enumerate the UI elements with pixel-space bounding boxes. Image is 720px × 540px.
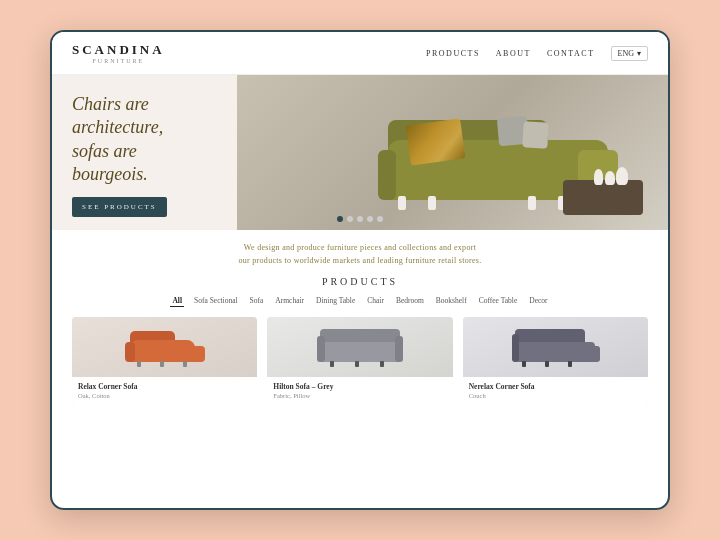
- dot-2[interactable]: [347, 216, 353, 222]
- product-name-3: Nerelax Corner Sofa: [469, 382, 642, 391]
- logo-name: SCANDINA: [72, 42, 165, 58]
- tagline-line2: our products to worldwide markets and le…: [238, 256, 481, 265]
- sofa-leg-1: [398, 196, 406, 210]
- pillow-2: [522, 121, 548, 148]
- sofa-leg-3: [528, 196, 536, 210]
- filter-bedroom[interactable]: Bedroom: [394, 295, 426, 307]
- dot-1[interactable]: [337, 216, 343, 222]
- filter-dining-table[interactable]: Dining Table: [314, 295, 357, 307]
- product-material-3: Couch: [469, 392, 642, 399]
- vase-1: [616, 167, 628, 185]
- header: SCANDINA FURNITURE PRODUCTS ABOUT CONTAC…: [52, 32, 668, 75]
- headline-line1: Chairs are: [72, 94, 149, 114]
- chevron-down-icon: ▾: [637, 49, 641, 58]
- headline-line2: architecture,: [72, 117, 163, 137]
- mini-sofa-illustration-2: [315, 327, 405, 367]
- product-info-2: Hilton Sofa – Grey Fabric, Pillow: [267, 377, 452, 403]
- nav-products[interactable]: PRODUCTS: [426, 49, 480, 58]
- vase-3: [594, 169, 603, 185]
- coffee-table: [563, 180, 643, 215]
- filter-armchair[interactable]: Armchair: [273, 295, 306, 307]
- product-card-3[interactable]: Nerelax Corner Sofa Couch: [463, 317, 648, 403]
- product-image-2: [267, 317, 452, 377]
- hero-dots: [337, 216, 383, 222]
- hero-text: Chairs are architecture, sofas are bourg…: [72, 93, 167, 217]
- sofa-blanket: [405, 118, 465, 165]
- product-material-2: Fabric, Pillow: [273, 392, 446, 399]
- product-info-1: Relax Corner Sofa Oak, Cotton: [72, 377, 257, 403]
- tagline-section: We design and produce furniture pieces a…: [52, 230, 668, 276]
- hero-section: Chairs are architecture, sofas are bourg…: [52, 75, 668, 230]
- dot-3[interactable]: [357, 216, 363, 222]
- logo-sub: FURNITURE: [92, 58, 144, 64]
- see-products-button[interactable]: SEE PRODUCTS: [72, 197, 167, 217]
- logo: SCANDINA FURNITURE: [72, 42, 165, 64]
- tagline-text: We design and produce furniture pieces a…: [72, 242, 648, 268]
- filter-bookshelf[interactable]: Bookshelf: [434, 295, 469, 307]
- dot-5[interactable]: [377, 216, 383, 222]
- product-material-1: Oak, Cotton: [78, 392, 251, 399]
- product-card-2[interactable]: Hilton Sofa – Grey Fabric, Pillow: [267, 317, 452, 403]
- filter-all[interactable]: All: [170, 295, 184, 307]
- product-info-3: Nerelax Corner Sofa Couch: [463, 377, 648, 403]
- products-title: PRODUCTS: [72, 276, 648, 287]
- hero-headline: Chairs are architecture, sofas are bourg…: [72, 93, 167, 187]
- product-image-3: [463, 317, 648, 377]
- products-grid: Relax Corner Sofa Oak, Cotton: [72, 317, 648, 403]
- headline-line3: sofas are: [72, 141, 137, 161]
- filter-chair[interactable]: Chair: [365, 295, 386, 307]
- mini-sofa-illustration-3: [510, 327, 600, 367]
- headline-line4: bourgeois.: [72, 164, 148, 184]
- sofa-illustration: [368, 100, 648, 220]
- lang-label: ENG: [618, 49, 634, 58]
- language-selector[interactable]: ENG ▾: [611, 46, 648, 61]
- vase-2: [605, 171, 615, 185]
- products-section: PRODUCTS All Sofa Sectional Sofa Armchai…: [52, 276, 668, 508]
- mini-sofa-illustration-1: [125, 327, 205, 367]
- sofa-arm-left: [378, 150, 396, 200]
- dot-4[interactable]: [367, 216, 373, 222]
- product-name-2: Hilton Sofa – Grey: [273, 382, 446, 391]
- filter-sofa[interactable]: Sofa: [248, 295, 266, 307]
- tagline-line1: We design and produce furniture pieces a…: [244, 243, 476, 252]
- nav-contact[interactable]: CONTACT: [547, 49, 595, 58]
- filter-sofa-sectional[interactable]: Sofa Sectional: [192, 295, 240, 307]
- nav-about[interactable]: ABOUT: [496, 49, 531, 58]
- filter-coffee-table[interactable]: Coffee Table: [477, 295, 520, 307]
- sofa-leg-2: [428, 196, 436, 210]
- filter-tabs: All Sofa Sectional Sofa Armchair Dining …: [72, 295, 648, 307]
- filter-decor[interactable]: Decor: [527, 295, 549, 307]
- main-nav: PRODUCTS ABOUT CONTACT ENG ▾: [426, 46, 648, 61]
- product-card-1[interactable]: Relax Corner Sofa Oak, Cotton: [72, 317, 257, 403]
- product-name-1: Relax Corner Sofa: [78, 382, 251, 391]
- device-frame: SCANDINA FURNITURE PRODUCTS ABOUT CONTAC…: [50, 30, 670, 510]
- product-image-1: [72, 317, 257, 377]
